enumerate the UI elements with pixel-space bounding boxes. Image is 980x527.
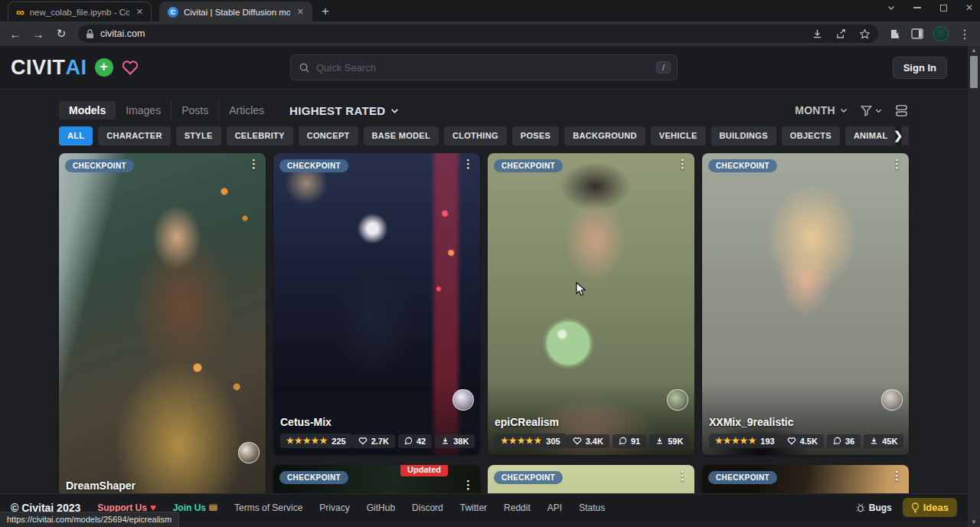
model-card-xxmix-9realistic[interactable]: CHECKPOINT ⋮ XXMix_9realistic ★★★★★ 193 [702, 153, 909, 455]
comments-count: 42 [416, 437, 426, 446]
sort-dropdown[interactable]: HIGHEST RATED [289, 104, 400, 117]
tab-articles[interactable]: Articles [219, 101, 274, 119]
card-menu-icon[interactable]: ⋮ [248, 158, 260, 169]
page-scrollbar[interactable]: ▲ ▼ [968, 46, 980, 527]
creator-avatar[interactable] [452, 389, 474, 411]
card-menu-icon[interactable]: ⋮ [891, 470, 903, 481]
chip-style[interactable]: STYLE [176, 126, 221, 146]
chip-animal[interactable]: ANIMAL [845, 126, 897, 146]
tab-posts[interactable]: Posts [172, 101, 219, 119]
chip-buildings[interactable]: BUILDINGS [711, 126, 776, 146]
scroll-down-icon[interactable]: ▼ [971, 518, 977, 527]
new-tab-button[interactable]: + [322, 5, 329, 18]
tab-models[interactable]: Models [59, 101, 116, 119]
card-menu-icon[interactable]: ⋮ [462, 479, 474, 490]
civitai-favicon-icon: C [168, 7, 178, 18]
terms-link[interactable]: Terms of Service [234, 502, 302, 513]
privacy-link[interactable]: Privacy [319, 502, 349, 513]
chip-base-model[interactable]: BASE MODEL [364, 126, 439, 146]
join-us-link[interactable]: Join Us [173, 502, 217, 513]
creator-avatar[interactable] [238, 442, 260, 463]
downloads-pill: 59K [649, 434, 689, 448]
scrollbar-thumb[interactable] [970, 56, 978, 88]
reload-button[interactable]: ↻ [52, 27, 70, 41]
address-bar[interactable]: civitai.com [78, 25, 878, 43]
chip-concept[interactable]: CONCEPT [299, 126, 358, 146]
chip-celebrity[interactable]: CELEBRITY [227, 126, 293, 146]
scroll-up-icon[interactable]: ▲ [971, 46, 977, 55]
comment-icon [404, 437, 413, 445]
close-window-button[interactable]: ✕ [965, 3, 974, 12]
close-tab-icon[interactable]: ✕ [296, 7, 305, 17]
model-type-badge: CHECKPOINT [708, 471, 777, 484]
sort-label: HIGHEST RATED [289, 104, 385, 117]
status-link[interactable]: Status [579, 502, 605, 513]
favorites-heart-button[interactable] [121, 59, 139, 76]
quick-search[interactable]: / [290, 54, 678, 80]
sign-in-button[interactable]: Sign In [893, 57, 947, 79]
card-menu-icon[interactable]: ⋮ [677, 470, 688, 481]
model-card-partial[interactable]: CHECKPOINT Updated ⋮ [273, 465, 480, 493]
model-card-epicrealism[interactable]: CHECKPOINT ⋮ epiCRealism ★★★★★ 305 [488, 153, 694, 455]
tab-title: Civitai | Stable Diffusion models, [184, 8, 290, 17]
model-card-partial[interactable]: CHECKPOINT ⋮ [488, 465, 694, 493]
likes-count: 2.7K [371, 437, 389, 446]
bookmark-star-icon[interactable] [859, 28, 871, 40]
model-card-dreamshaper[interactable]: CHECKPOINT ⋮ DreamShaper [59, 153, 266, 493]
tab-images[interactable]: Images [116, 101, 172, 119]
chip-objects[interactable]: OBJECTS [782, 126, 840, 146]
forward-button[interactable]: → [29, 28, 47, 41]
scroll-right-icon[interactable]: ❯ [893, 129, 903, 142]
bugs-button[interactable]: Bugs [856, 502, 892, 513]
share-icon[interactable] [835, 28, 847, 40]
filter-dropdown[interactable] [860, 104, 883, 117]
model-stats: ★★★★★ 193 4.5K [709, 434, 902, 448]
reddit-link[interactable]: Reddit [504, 502, 531, 513]
tab-civitai[interactable]: C Civitai | Stable Diffusion models, ✕ [159, 2, 312, 21]
twitter-link[interactable]: Twitter [460, 502, 487, 513]
chip-background[interactable]: BACKGROUND [564, 126, 645, 146]
profile-avatar[interactable] [933, 26, 949, 41]
likes-pill: 3.4K [567, 434, 609, 448]
downloads-count: 45K [882, 437, 897, 446]
chip-character[interactable]: CHARACTER [98, 126, 170, 146]
discord-link[interactable]: Discord [412, 502, 443, 513]
period-dropdown[interactable]: MONTH [795, 104, 848, 116]
chip-all[interactable]: ALL [59, 126, 93, 146]
comments-count: 36 [845, 437, 854, 446]
chip-poses[interactable]: POSES [512, 126, 559, 146]
tab-search-chevron-icon[interactable] [887, 3, 896, 12]
back-button[interactable]: ← [6, 28, 24, 41]
layout-toggle-icon[interactable] [894, 104, 909, 117]
creator-avatar[interactable] [881, 389, 903, 411]
api-link[interactable]: API [547, 502, 562, 513]
maximize-button[interactable] [939, 3, 948, 12]
card-menu-icon[interactable]: ⋮ [677, 158, 688, 169]
url-text[interactable]: civitai.com [100, 28, 805, 39]
search-input[interactable] [316, 62, 650, 74]
chip-vehicle[interactable]: VEHICLE [651, 126, 706, 146]
close-tab-icon[interactable]: ✕ [135, 7, 145, 17]
tab-colab[interactable]: ∞ new_colab_file.ipynb - Colaborat ✕ [8, 2, 152, 21]
extensions-puzzle-icon[interactable] [889, 28, 901, 40]
card-menu-icon[interactable]: ⋮ [891, 158, 903, 169]
heart-icon [573, 437, 582, 445]
creator-avatar[interactable] [667, 389, 688, 411]
model-card-cetus-mix[interactable]: CHECKPOINT ⋮ Cetus-Mix ★★★★★ 225 [273, 153, 480, 455]
upload-plus-button[interactable]: + [95, 58, 113, 77]
ideas-button[interactable]: Ideas [903, 498, 957, 517]
browser-menu-icon[interactable]: ⋮ [959, 27, 971, 41]
civitai-logo[interactable]: CIVITAI [11, 56, 87, 80]
card-menu-icon[interactable]: ⋮ [462, 158, 474, 169]
chip-clothing[interactable]: CLOTHING [444, 126, 507, 146]
content-type-tabs: Models Images Posts Articles [59, 101, 274, 119]
star-rating-icon: ★★★★★ [286, 436, 328, 446]
github-link[interactable]: GitHub [367, 502, 395, 513]
search-icon [299, 62, 310, 74]
minimize-button[interactable] [913, 3, 922, 12]
link-status-bar: https://civitai.com/models/25694/epicrea… [0, 512, 179, 527]
download-icon[interactable] [812, 28, 823, 40]
side-panel-icon[interactable] [911, 28, 923, 39]
category-chips: ALL CHARACTER STYLE CELEBRITY CONCEPT BA… [59, 126, 909, 146]
model-card-partial[interactable]: CHECKPOINT ⋮ [702, 465, 909, 493]
